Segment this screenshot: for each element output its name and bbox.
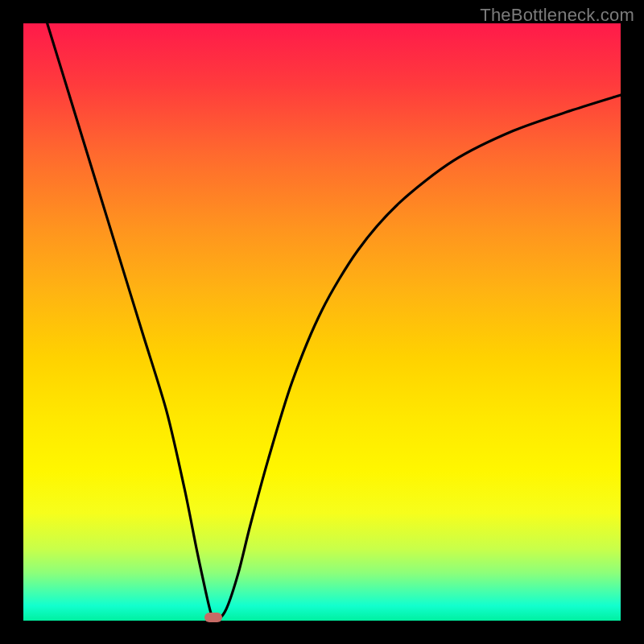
optimum-marker [204,613,222,622]
watermark-text: TheBottleneck.com [480,5,634,26]
chart-frame: TheBottleneck.com [0,0,644,644]
plot-area [23,23,621,621]
bottleneck-curve [23,23,621,621]
curve-path [47,23,621,620]
